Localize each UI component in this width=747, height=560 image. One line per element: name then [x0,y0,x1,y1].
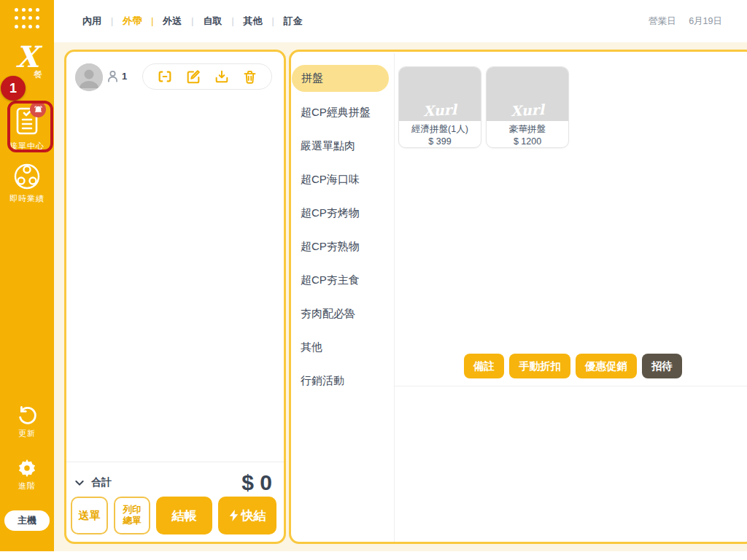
apps-grid-icon[interactable] [15,8,41,31]
sidebar-item-update[interactable]: 更新 [0,405,54,439]
category-item[interactable]: 超CP經典拼盤 [291,96,392,129]
chevron-down-icon[interactable] [74,477,85,489]
order-footer-divider [66,462,284,462]
checkout-button[interactable]: 結帳 [156,497,212,534]
quick-checkout-label: 快結 [241,508,266,524]
business-day-value: 6月19日 [689,16,722,26]
order-actions-capsule [142,63,272,90]
delete-order-icon[interactable] [242,69,258,85]
product-card[interactable]: Xurl 豪華拼盤 $ 1200 [486,66,569,148]
sidebar-item-label: 即時業績 [0,193,54,204]
save-order-icon[interactable] [214,69,230,85]
annotation-step-badge: 1 [1,76,26,101]
product-name: 經濟拼盤(1人) [399,123,481,136]
category-item[interactable]: 其他 [291,330,392,364]
category-list: 拼盤 超CP經典拼盤 嚴選單點肉 超CP海口味 超CP夯烤物 超CP夯熟物 超C… [291,62,392,397]
category-item[interactable]: 超CP海口味 [291,163,392,196]
order-panel: 1 合計 $ 0 送單 [64,50,286,544]
sidebar-item-advanced[interactable]: 進階 [0,458,54,491]
send-order-button[interactable]: 送單 [71,497,108,534]
category-item[interactable]: 行銷活動 [291,364,392,397]
product-price: $ 1200 [487,136,568,148]
tab-pickup[interactable]: 自取 [203,15,222,28]
tab-separator: | [272,16,274,26]
business-day: 營業日 6月19日 [649,15,722,28]
menu-panel: 拼盤 超CP經典拼盤 嚴選單點肉 超CP海口味 超CP夯烤物 超CP夯熟物 超C… [289,50,747,544]
person-icon [106,69,120,83]
order-type-tabs-bar: 內用 | 外帶 | 外送 | 自取 | 其他 | 訂金 營業日 6月19日 [54,0,747,42]
quick-checkout-button[interactable]: 快結 [218,497,276,534]
sidebar-item-order-center[interactable]: 接單中心 [0,106,54,152]
total-value: $ 0 [241,470,272,495]
product-image-placeholder: Xurl [487,67,568,121]
note-button[interactable]: 備註 [464,354,504,378]
product-image-placeholder: Xurl [399,67,481,121]
treat-button[interactable]: 招待 [642,354,682,378]
category-item[interactable]: 夯肉配必魯 [291,297,392,330]
app-logo: X 餐 [0,42,54,71]
category-item[interactable]: 嚴選單點肉 [291,129,392,163]
guest-count[interactable]: 1 [106,69,127,83]
menu-horizontal-divider [395,386,747,386]
lightning-bolt-icon [229,510,239,521]
bottom-edge-strip [0,551,747,560]
brand-logo-watermark: Xurl [487,100,569,120]
tab-separator: | [111,16,113,26]
print-total-button[interactable]: 列印 總單 [114,497,150,534]
brand-logo-watermark: Xurl [399,100,481,120]
order-modifier-buttons: 備註 手動折扣 優惠促銷 招待 [464,354,682,378]
guest-count-value: 1 [122,71,127,82]
tab-takeout[interactable]: 外帶 [123,15,142,28]
logo-sub-text: 餐 [34,69,42,81]
logo-text: X [0,42,54,71]
bell-icon [34,105,43,114]
sidebar-item-label: 更新 [0,428,54,439]
category-item[interactable]: 超CP夯烤物 [291,196,392,230]
tab-separator: | [191,16,193,26]
business-day-label: 營業日 [649,16,676,26]
tab-dine-in[interactable]: 內用 [82,15,101,28]
tab-deposit[interactable]: 訂金 [284,15,303,28]
promotion-button[interactable]: 優惠促銷 [576,354,637,378]
notification-bell-badge [30,101,46,117]
refresh-icon [17,405,37,426]
sidebar-item-label: 接單中心 [0,141,54,152]
product-name: 豪華拼盤 [487,123,568,136]
split-order-icon[interactable] [157,69,173,85]
tab-other[interactable]: 其他 [244,15,263,28]
category-item[interactable]: 超CP夯主食 [291,263,392,297]
avatar-silhouette-icon [75,63,103,91]
customer-avatar[interactable] [75,63,103,91]
total-label: 合計 [91,476,112,489]
tab-delivery[interactable]: 外送 [163,15,182,28]
sidebar-item-realtime-sales[interactable]: 即時業績 [0,162,54,204]
category-item[interactable]: 拼盤 [292,65,389,92]
product-card[interactable]: Xurl 經濟拼盤(1人) $ 399 [398,66,481,148]
order-buttons-row: 送單 列印 總單 結帳 快結 [71,497,279,534]
realtime-sales-icon [12,162,42,191]
gear-icon [17,458,37,478]
order-total-row: 合計 $ 0 [66,470,284,495]
manual-discount-button[interactable]: 手動折扣 [509,354,570,378]
print-total-line2: 總單 [123,516,142,526]
sidebar-item-label: 進階 [0,481,54,491]
edit-order-icon[interactable] [185,69,201,85]
product-price: $ 399 [399,136,481,148]
category-item[interactable]: 超CP夯熟物 [291,230,392,263]
print-total-line1: 列印 [123,505,142,515]
host-badge[interactable]: 主機 [4,510,50,531]
tab-separator: | [231,16,233,26]
menu-vertical-divider [394,53,395,542]
tab-separator: | [151,16,153,26]
